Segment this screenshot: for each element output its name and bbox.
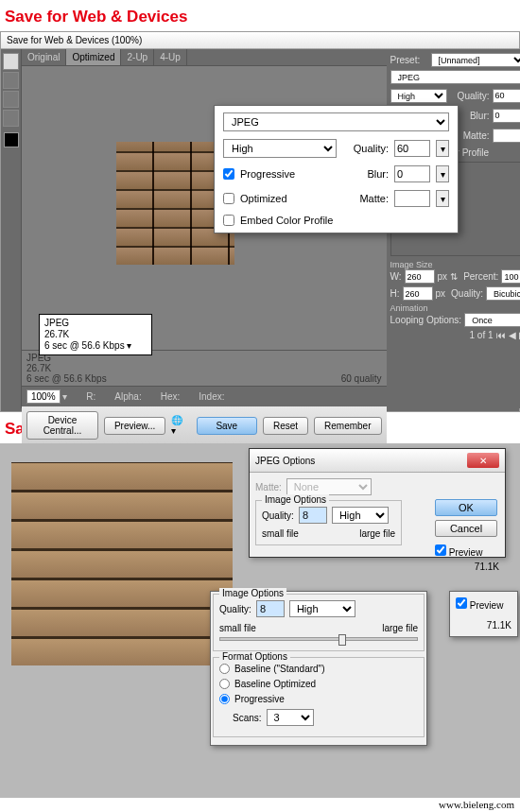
toolbar: [1, 49, 22, 408]
popup-blur-label: Blur:: [349, 168, 389, 180]
scans-label: Scans:: [233, 713, 262, 723]
format-select[interactable]: JPEG: [390, 70, 520, 84]
info-time: 6 sec @ 56.6 Kbps: [44, 340, 125, 351]
prev-frame-icon[interactable]: ◀: [509, 330, 516, 340]
zoom-select[interactable]: 100% ▾: [26, 391, 67, 402]
matte-select: None: [286, 478, 372, 495]
percent-input[interactable]: [501, 269, 520, 284]
matte-label: Matte:: [463, 130, 490, 141]
tab-2up[interactable]: 2-Up: [121, 49, 154, 65]
preview-checkbox[interactable]: [435, 544, 446, 556]
dialog-title: JPEG Options: [255, 456, 315, 466]
hex-label: Hex:: [161, 391, 181, 402]
quality-slider[interactable]: [219, 637, 418, 641]
resample-select[interactable]: Bicubic: [486, 286, 520, 301]
baseline-opt-radio[interactable]: [219, 679, 230, 689]
preset-label: Preset:: [390, 55, 428, 65]
preview-button[interactable]: Preview...: [104, 417, 165, 435]
alpha-label: Alpha:: [114, 391, 141, 402]
save-as-area: JPEG Options✕ Matte:None Image Options Q…: [0, 443, 520, 798]
popup-embed-label: Embed Color Profile: [240, 215, 333, 226]
slice-tool[interactable]: [3, 72, 19, 89]
index-label: Index:: [199, 391, 224, 402]
quality-input[interactable]: [299, 507, 327, 524]
chevron-down-icon[interactable]: ▾: [436, 165, 449, 182]
matte-input[interactable]: [493, 129, 520, 143]
first-frame-icon[interactable]: ⏮: [496, 330, 506, 340]
popup-quality-input[interactable]: [394, 140, 430, 157]
reset-button[interactable]: Reset: [263, 417, 308, 435]
loop-select[interactable]: Once: [464, 313, 520, 327]
info-size: 26.7K: [44, 329, 147, 340]
blur-input[interactable]: [493, 109, 520, 123]
info-format: JPEG: [44, 318, 147, 329]
popup2-quality-input[interactable]: [256, 600, 285, 617]
info-box: JPEG 26.7K 6 sec @ 56.6 Kbps ▾: [39, 314, 152, 355]
save-button[interactable]: Save: [197, 417, 257, 435]
link-icon[interactable]: ⇅: [450, 271, 458, 282]
hand-tool[interactable]: [3, 53, 19, 70]
preview-image-large: [11, 462, 233, 665]
tab-optimized[interactable]: Optimized: [66, 49, 121, 65]
popup-blur-input[interactable]: [394, 165, 430, 182]
window-title: Save for Web & Devices (100%): [1, 32, 519, 49]
image-size-header: Image Size: [390, 260, 520, 269]
quality-input[interactable]: [493, 89, 520, 103]
image-options-legend: Image Options: [262, 494, 329, 505]
r-label: R:: [86, 391, 95, 402]
save-for-web-window: Save for Web & Devices (100%) Original O…: [0, 31, 520, 412]
ok-button[interactable]: OK: [435, 499, 497, 516]
animation-header: Animation: [390, 303, 520, 313]
popup-progressive-label: Progressive: [240, 168, 295, 180]
quality-label: Quality:: [458, 91, 490, 101]
popup-matte-label: Matte:: [349, 193, 389, 204]
scans-select[interactable]: 3: [267, 709, 314, 726]
section-header-sfw: Save for Web & Devices: [0, 0, 520, 31]
preview-size-2: 71.1K: [456, 620, 511, 631]
device-central-button[interactable]: Device Central...: [26, 411, 98, 440]
baseline-radio[interactable]: [219, 664, 230, 674]
browser-icon[interactable]: 🌐 ▾: [171, 415, 184, 436]
popup-embed-checkbox[interactable]: [223, 215, 234, 226]
popup-preset-select[interactable]: High: [223, 139, 337, 158]
popup-quality-label: Quality:: [349, 143, 389, 154]
popup-optimized-label: Optimized: [240, 193, 287, 204]
popup2-preset-select[interactable]: High: [289, 600, 355, 617]
zoom-tool[interactable]: [3, 91, 19, 108]
format-popup: JPEG HighQuality:▾ ProgressiveBlur:▾ Opt…: [214, 105, 459, 233]
popup2-quality-label: Quality:: [219, 604, 251, 614]
preview-popup: Preview 71.1K: [449, 591, 518, 637]
format-options-legend: Format Options: [219, 651, 290, 662]
quality-label: Quality:: [262, 510, 294, 521]
popup-optimized-checkbox[interactable]: [223, 193, 234, 204]
status-bar: 100% ▾ R: Alpha: Hex: Index:: [22, 386, 387, 406]
height-input[interactable]: [403, 286, 433, 301]
preset-select[interactable]: [Unnamed]: [431, 53, 520, 67]
preview-size: 71.1K: [435, 561, 499, 572]
progressive-radio[interactable]: [219, 694, 230, 704]
quality-preset-select[interactable]: High: [390, 89, 447, 103]
blur-label: Blur:: [470, 111, 490, 121]
width-input[interactable]: [405, 269, 435, 284]
watermark: www.bieleng.com: [439, 799, 514, 802]
chevron-down-icon[interactable]: ▾: [127, 340, 131, 351]
jpeg-options-dialog: JPEG Options✕ Matte:None Image Options Q…: [249, 448, 506, 558]
cancel-button[interactable]: Cancel: [435, 520, 497, 537]
close-icon[interactable]: ✕: [467, 453, 499, 468]
preview-tabs: Original Optimized 2-Up 4-Up: [22, 49, 387, 66]
popup-format-select[interactable]: JPEG: [223, 112, 449, 131]
eyedropper-tool[interactable]: [3, 110, 19, 127]
tab-original[interactable]: Original: [22, 49, 66, 65]
popup2-legend: Image Options: [219, 588, 286, 598]
image-options-popup: Image Options Quality:High small filelar…: [210, 591, 427, 746]
color-swatch[interactable]: [4, 132, 19, 147]
remember-button[interactable]: Remember: [314, 417, 381, 435]
chevron-down-icon[interactable]: ▾: [436, 140, 449, 157]
tab-4up[interactable]: 4-Up: [154, 49, 187, 65]
preview-checkbox-2[interactable]: [456, 597, 467, 609]
quality-preset-select[interactable]: High: [332, 507, 389, 524]
popup-matte-input[interactable]: [394, 190, 430, 207]
matte-label: Matte:: [255, 482, 282, 492]
popup-progressive-checkbox[interactable]: [223, 168, 234, 180]
chevron-down-icon[interactable]: ▾: [436, 190, 449, 207]
